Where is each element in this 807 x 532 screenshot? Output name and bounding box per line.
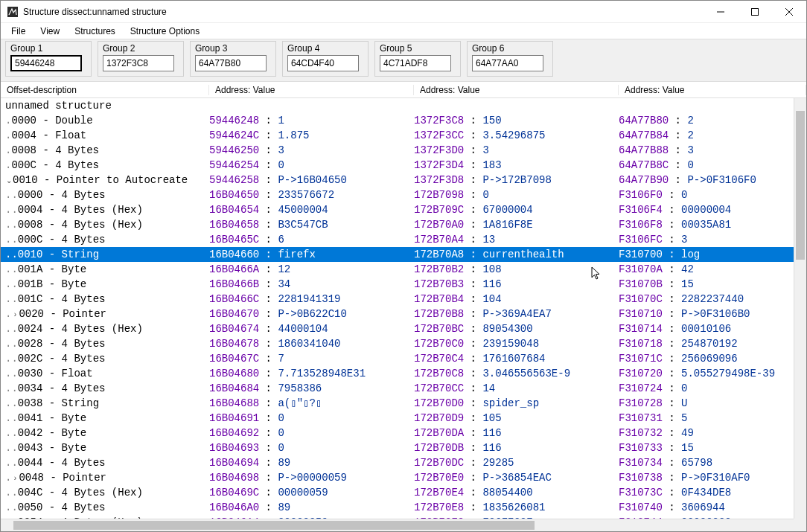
address-value-3: F31070A : 42 (619, 262, 794, 277)
offset-description: ..0008 - 4 Bytes (Hex) (1, 217, 209, 232)
table-row[interactable]: .›0020 - Pointer16B04670 : P->0B622C1017… (1, 307, 794, 321)
table-row[interactable]: ..004C - 4 Bytes (Hex)16B0469C : 0000005… (1, 485, 794, 500)
group-box-5: Group 5 (374, 41, 461, 77)
table-row[interactable]: ..001C - 4 Bytes16B0466C : 2281941319172… (1, 292, 794, 307)
structure-tree[interactable]: unnamed structure.0000 - Double59446248 … (1, 98, 794, 519)
group-label: Group 2 (103, 43, 179, 55)
table-row[interactable]: ..0042 - Byte16B04692 : 0172B70DA : 116F… (1, 426, 794, 440)
table-row[interactable]: ..001A - Byte16B0466A : 12172B70B2 : 108… (1, 262, 794, 277)
table-row[interactable]: .000C - 4 Bytes59446254 : 01372F3D4 : 18… (1, 158, 794, 173)
address-value-3: 64A77B90 : P->0F3106F0 (619, 173, 794, 188)
horizontal-scrollbar[interactable] (1, 519, 794, 531)
address-value-1: 16B04678 : 1860341040 (209, 336, 414, 351)
address-value-3: F310700 : log (619, 247, 794, 262)
offset-description: ⌄0010 - Pointer to Autocreate (1, 173, 209, 188)
menu-structure-options[interactable]: Structure Options (124, 25, 205, 38)
group-label: Group 1 (10, 43, 86, 55)
table-row[interactable]: ..0030 - Float16B04680 : 7.713528948E311… (1, 366, 794, 381)
address-value-2: 172B70D0 : spider_sp (414, 396, 619, 411)
offset-description: .0004 - Float (1, 128, 209, 143)
address-value-2: 172B70A4 : 13 (414, 232, 619, 247)
minimize-button[interactable] (704, 1, 738, 22)
chevron-right-icon[interactable]: › (11, 471, 19, 486)
table-row[interactable]: ..0004 - 4 Bytes (Hex)16B04654 : 4500000… (1, 202, 794, 217)
address-value-2: 1372F3D8 : P->172B7098 (414, 173, 619, 188)
address-value-2: 172B70D9 : 105 (414, 411, 619, 426)
group-box-2: Group 2 (98, 41, 184, 77)
column-offset-description[interactable]: Offset-description (1, 85, 209, 95)
address-value-1: 59446254 : 0 (209, 158, 414, 173)
close-button[interactable] (772, 1, 806, 22)
address-value-1: 16B04674 : 44000104 (209, 321, 414, 336)
table-row[interactable]: .0000 - Double59446248 : 11372F3C8 : 150… (1, 113, 794, 128)
structure-body: unnamed structure.0000 - Double59446248 … (1, 98, 806, 531)
address-value-2: 172B70B3 : 116 (414, 277, 619, 292)
address-value-3: F310724 : 0 (619, 381, 794, 396)
address-value-3: 64A77B80 : 2 (619, 113, 794, 128)
group-address-input[interactable] (472, 55, 543, 71)
table-row[interactable]: ..0044 - 4 Bytes16B04694 : 89172B70DC : … (1, 455, 794, 470)
address-value-3: F310732 : 49 (619, 426, 794, 440)
table-row[interactable]: ..000C - 4 Bytes16B0465C : 6172B70A4 : 1… (1, 232, 794, 247)
table-row[interactable]: .0004 - Float5944624C : 1.8751372F3CC : … (1, 128, 794, 143)
group-address-input[interactable] (380, 55, 451, 71)
address-value-1: 16B04694 : 89 (209, 455, 414, 470)
table-row[interactable]: ..0000 - 4 Bytes16B04650 : 233576672172B… (1, 188, 794, 202)
app-icon (7, 6, 19, 18)
address-value-1: 5944624C : 1.875 (209, 128, 414, 143)
table-row[interactable]: ..001B - Byte16B0466B : 34172B70B3 : 116… (1, 277, 794, 292)
address-value-2: 172B70E0 : P->36854EAC (414, 470, 619, 485)
offset-description: ..000C - 4 Bytes (1, 232, 209, 247)
table-row[interactable]: ⌄0010 - Pointer to Autocreate59446258 : … (1, 173, 794, 188)
menu-structures[interactable]: Structures (68, 25, 121, 38)
chevron-right-icon[interactable]: › (11, 307, 19, 322)
menu-view[interactable]: View (34, 25, 66, 38)
table-row[interactable]: ..0050 - 4 Bytes16B046A0 : 89172B70E8 : … (1, 500, 794, 515)
offset-description: ..0038 - String (1, 396, 209, 411)
offset-description: ..0043 - Byte (1, 440, 209, 455)
group-address-input[interactable] (10, 55, 82, 71)
address-value-3: F310710 : P->0F3106B0 (619, 307, 794, 321)
table-row[interactable]: .›0048 - Pointer16B04698 : P->0000005917… (1, 470, 794, 485)
address-value-1: 59446248 : 1 (209, 113, 414, 128)
table-row[interactable]: ..0038 - String16B04688 : a(▯"▯?▯172B70D… (1, 396, 794, 411)
address-value-3: 64A77B88 : 3 (619, 143, 794, 158)
address-value-3: F3106F0 : 0 (619, 188, 794, 202)
structure-name-row[interactable]: unnamed structure (1, 98, 794, 113)
table-row[interactable]: ..0043 - Byte16B04693 : 0172B70DB : 116F… (1, 440, 794, 455)
table-row[interactable]: ..0008 - 4 Bytes (Hex)16B04658 : B3C547C… (1, 217, 794, 232)
column-address-value-2[interactable]: Address: Value (414, 85, 619, 95)
table-row[interactable]: ..0028 - 4 Bytes16B04678 : 1860341040172… (1, 336, 794, 351)
address-value-1: 16B04680 : 7.713528948E31 (209, 366, 414, 381)
group-address-input[interactable] (103, 55, 174, 71)
table-row[interactable]: ..0024 - 4 Bytes (Hex)16B04674 : 4400010… (1, 321, 794, 336)
address-value-2: 172B70B2 : 108 (414, 262, 619, 277)
maximize-button[interactable] (738, 1, 772, 22)
scroll-corner (794, 519, 806, 531)
offset-description: ..0028 - 4 Bytes (1, 336, 209, 351)
address-value-1: 16B04693 : 0 (209, 440, 414, 455)
address-value-3: F31070B : 15 (619, 277, 794, 292)
chevron-down-icon[interactable]: ⌄ (5, 173, 13, 188)
table-row[interactable]: ..002C - 4 Bytes16B0467C : 7172B70C4 : 1… (1, 351, 794, 366)
group-address-input[interactable] (195, 55, 267, 71)
address-value-2: 172B70E4 : 88054400 (414, 485, 619, 500)
menu-file[interactable]: File (5, 25, 31, 38)
table-row[interactable]: .0008 - 4 Bytes59446250 : 31372F3D0 : 36… (1, 143, 794, 158)
structure-name: unnamed structure (1, 98, 209, 113)
address-value-2: 172B70DA : 116 (414, 426, 619, 440)
offset-description: .›0020 - Pointer (1, 307, 209, 322)
table-row[interactable]: ..0034 - 4 Bytes16B04684 : 7958386172B70… (1, 381, 794, 396)
address-value-3: F3106F4 : 00000004 (619, 202, 794, 217)
column-address-value-3[interactable]: Address: Value (619, 85, 806, 95)
table-row[interactable]: ..0041 - Byte16B04691 : 0172B70D9 : 105F… (1, 411, 794, 426)
address-value-2: 172B70DB : 116 (414, 440, 619, 455)
table-row[interactable]: ..0010 - String16B04660 : firefx172B70A8… (1, 247, 794, 262)
vertical-scrollbar[interactable] (794, 98, 806, 519)
group-address-input[interactable] (287, 55, 359, 71)
offset-description: ..0050 - 4 Bytes (1, 500, 209, 515)
offset-description: ..0024 - 4 Bytes (Hex) (1, 321, 209, 336)
column-address-value-1[interactable]: Address: Value (209, 85, 414, 95)
group-label: Group 5 (380, 43, 456, 55)
address-value-2: 172B70CC : 14 (414, 381, 619, 396)
